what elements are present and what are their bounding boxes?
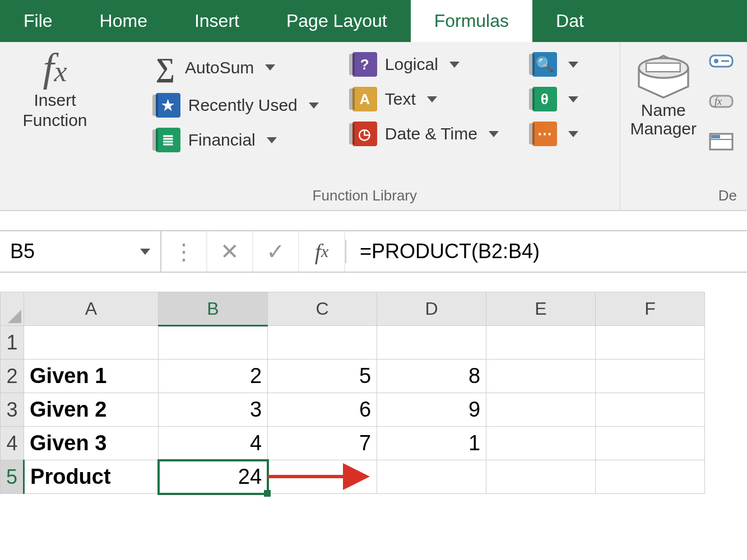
cell-A4[interactable]: Given 3 xyxy=(24,427,159,460)
cell-F4[interactable] xyxy=(596,427,705,460)
cell-D3[interactable]: 9 xyxy=(377,393,486,427)
group-insert-function: fx Insert Function xyxy=(0,42,110,210)
cell-E1[interactable] xyxy=(486,326,596,360)
text-book-icon: A xyxy=(352,87,377,111)
name-box[interactable]: B5 xyxy=(0,231,161,272)
star-book-icon: ★ xyxy=(156,93,180,118)
more-book-icon: ⋯ xyxy=(532,122,557,146)
logical-button[interactable]: ? Logical xyxy=(352,52,499,77)
cell-C1[interactable] xyxy=(268,326,377,360)
formula-bar-area: B5 ⋮ ✕ ✓ fx =PRODUCT(B2:B4) xyxy=(0,211,747,292)
cell-B3[interactable]: 3 xyxy=(159,393,268,427)
logical-label: Logical xyxy=(385,55,438,74)
row-header-3[interactable]: 3 xyxy=(1,393,24,427)
ribbon: fx Insert Function ∑ AutoSum ★ Recently … xyxy=(0,42,747,211)
cell-F1[interactable] xyxy=(596,326,705,360)
cell-B1[interactable] xyxy=(159,326,268,360)
chevron-down-icon xyxy=(427,96,437,102)
enter-button[interactable]: ✓ xyxy=(253,231,299,272)
cell-A5[interactable]: Product xyxy=(24,460,159,494)
cancel-button[interactable]: ✕ xyxy=(207,231,253,272)
define-name-button[interactable] xyxy=(709,50,737,74)
svg-rect-9 xyxy=(711,135,720,138)
insert-function-small[interactable]: fx xyxy=(299,231,345,272)
tab-data[interactable]: Dat xyxy=(532,0,607,42)
name-box-value: B5 xyxy=(10,240,35,263)
tab-formulas[interactable]: Formulas xyxy=(411,0,532,42)
chevron-down-icon xyxy=(568,96,578,102)
svg-point-3 xyxy=(714,59,718,63)
text-button[interactable]: A Text xyxy=(352,87,499,111)
name-manager-label-1: Name xyxy=(641,101,686,119)
col-header-A[interactable]: A xyxy=(24,292,159,326)
tab-page-layout[interactable]: Page Layout xyxy=(263,0,411,42)
financial-button[interactable]: ≣ Financial xyxy=(156,128,319,152)
row-header-2[interactable]: 2 xyxy=(1,360,24,393)
insert-function-label-1: Insert xyxy=(34,91,76,109)
formula-input[interactable]: =PRODUCT(B2:B4) xyxy=(345,240,747,263)
cell-E3[interactable] xyxy=(486,393,596,427)
sigma-icon: ∑ xyxy=(156,52,175,83)
cell-C2[interactable]: 5 xyxy=(268,360,377,393)
chevron-down-icon xyxy=(140,249,150,255)
tab-home[interactable]: Home xyxy=(76,0,171,42)
cell-D2[interactable]: 8 xyxy=(377,360,486,393)
col-header-D[interactable]: D xyxy=(377,292,486,326)
chevron-down-icon xyxy=(267,137,277,143)
cell-F3[interactable] xyxy=(596,393,705,427)
formula-bar-dots[interactable]: ⋮ xyxy=(161,231,207,272)
insert-function-label-2: Function xyxy=(22,111,87,129)
cell-B4[interactable]: 4 xyxy=(159,427,268,460)
cell-B5[interactable]: 24 xyxy=(159,460,268,494)
cell-C3[interactable]: 6 xyxy=(268,393,377,427)
chevron-down-icon xyxy=(489,131,499,137)
math-book-icon: θ xyxy=(532,87,557,111)
use-in-formula-button[interactable]: fx xyxy=(709,90,737,115)
cell-F2[interactable] xyxy=(596,360,705,393)
math-button[interactable]: θ xyxy=(532,87,578,111)
col-header-C[interactable]: C xyxy=(268,292,377,326)
date-time-button[interactable]: ◷ Date & Time xyxy=(352,122,499,146)
col-header-E[interactable]: E xyxy=(486,292,596,326)
autosum-button[interactable]: ∑ AutoSum xyxy=(156,52,319,83)
cell-D5[interactable] xyxy=(377,460,486,494)
lookup-book-icon: 🔍 xyxy=(532,52,557,77)
row-header-5[interactable]: 5 xyxy=(1,460,24,494)
col-header-B[interactable]: B xyxy=(159,292,268,326)
cell-F5[interactable] xyxy=(596,460,705,494)
name-manager-button[interactable]: Name Manager xyxy=(630,48,697,155)
cell-D4[interactable]: 1 xyxy=(377,427,486,460)
cell-B5-value: 24 xyxy=(238,465,262,488)
cell-B2[interactable]: 2 xyxy=(159,360,268,393)
cell-A1[interactable] xyxy=(24,326,159,360)
fill-handle[interactable] xyxy=(264,490,271,497)
svg-text:fx: fx xyxy=(714,96,722,107)
defined-names-group-label: De xyxy=(630,187,737,208)
create-from-selection-button[interactable] xyxy=(709,130,737,155)
cell-E2[interactable] xyxy=(486,360,596,393)
select-all-corner[interactable] xyxy=(1,292,24,326)
autosum-label: AutoSum xyxy=(185,58,254,77)
create-from-selection-icon xyxy=(709,130,737,153)
recently-used-label: Recently Used xyxy=(188,96,298,115)
recently-used-button[interactable]: ★ Recently Used xyxy=(156,93,319,118)
col-header-F[interactable]: F xyxy=(596,292,705,326)
define-name-icon xyxy=(709,50,737,72)
cell-E4[interactable] xyxy=(486,427,596,460)
tab-insert[interactable]: Insert xyxy=(171,0,263,42)
cell-A3[interactable]: Given 2 xyxy=(24,393,159,427)
cell-A2[interactable]: Given 1 xyxy=(24,360,159,393)
row-header-4[interactable]: 4 xyxy=(1,427,24,460)
cell-D1[interactable] xyxy=(377,326,486,360)
group-defined-names: Name Manager fx De xyxy=(620,42,747,210)
row-header-1[interactable]: 1 xyxy=(1,326,24,360)
financial-book-icon: ≣ xyxy=(156,128,180,152)
name-manager-label-2: Manager xyxy=(630,119,697,138)
more-functions-button[interactable]: ⋯ xyxy=(532,122,578,146)
cell-E5[interactable] xyxy=(486,460,596,494)
ribbon-tabs: File Home Insert Page Layout Formulas Da… xyxy=(0,0,747,42)
insert-function-button[interactable]: fx Insert Function xyxy=(10,48,100,130)
lookup-button[interactable]: 🔍 xyxy=(532,52,578,77)
cell-C4[interactable]: 7 xyxy=(268,427,377,460)
tab-file[interactable]: File xyxy=(0,0,76,42)
